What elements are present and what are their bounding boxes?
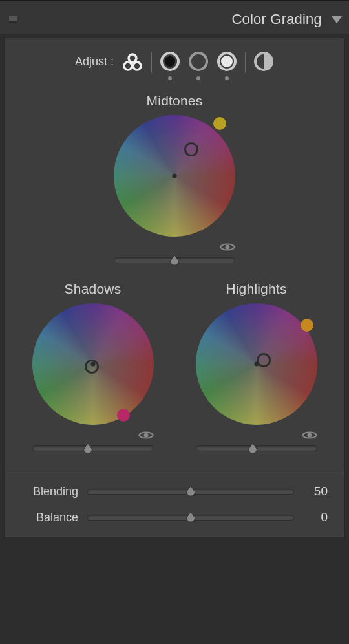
highlights-visibility-toggle[interactable] bbox=[302, 430, 317, 443]
blending-label: Blending bbox=[21, 485, 78, 499]
eye-icon bbox=[302, 430, 317, 440]
indicator-dot bbox=[168, 76, 172, 80]
highlights-color-wheel[interactable] bbox=[196, 303, 317, 425]
balance-label: Balance bbox=[21, 511, 78, 524]
highlights-luminance-slider[interactable] bbox=[196, 445, 317, 451]
highlights-wheel-icon bbox=[217, 51, 237, 72]
global-sliders: Blending 50 Balance 0 bbox=[6, 471, 343, 537]
highlights-hue-indicator[interactable] bbox=[301, 319, 313, 332]
midtones-hue-indicator[interactable] bbox=[213, 117, 226, 130]
svg-point-2 bbox=[133, 62, 141, 70]
highlights-title: Highlights bbox=[226, 281, 286, 297]
shadows-color-target[interactable] bbox=[85, 360, 99, 374]
shadows-hue-indicator[interactable] bbox=[117, 409, 130, 422]
blending-value[interactable]: 50 bbox=[303, 484, 328, 499]
shadows-luminance-slider[interactable] bbox=[32, 445, 154, 451]
wheel-center-dot bbox=[173, 174, 177, 178]
panel-top-divider bbox=[0, 0, 349, 5]
highlights-section bbox=[196, 303, 317, 451]
shadows-color-wheel[interactable] bbox=[32, 303, 154, 425]
adjust-mode-row: Adjust : bbox=[6, 47, 343, 81]
divider bbox=[245, 52, 246, 73]
eye-icon bbox=[138, 430, 154, 440]
balance-slider[interactable] bbox=[87, 515, 294, 521]
panel-body: Adjust : bbox=[4, 38, 345, 538]
svg-point-10 bbox=[143, 433, 148, 438]
indicator-dot bbox=[196, 76, 200, 80]
svg-point-7 bbox=[221, 56, 233, 67]
adjust-label: Adjust : bbox=[75, 55, 114, 69]
adjust-highlights-button[interactable] bbox=[217, 51, 237, 80]
slider-thumb[interactable] bbox=[185, 511, 196, 522]
slider-thumb[interactable] bbox=[185, 486, 196, 497]
midtones-color-wheel[interactable] bbox=[114, 115, 235, 237]
svg-point-5 bbox=[190, 53, 207, 70]
shadows-title: Shadows bbox=[65, 281, 122, 297]
adjust-global-button[interactable] bbox=[253, 51, 274, 72]
shadows-section bbox=[32, 303, 154, 451]
indicator-dot bbox=[225, 76, 229, 80]
midtones-title: Midtones bbox=[6, 93, 343, 109]
midtones-color-target[interactable] bbox=[184, 142, 198, 156]
adjust-shadows-button[interactable] bbox=[160, 51, 180, 80]
svg-point-11 bbox=[307, 433, 312, 438]
global-wheel-icon bbox=[253, 51, 274, 72]
slider-thumb[interactable] bbox=[247, 442, 258, 453]
panel-power-toggle[interactable] bbox=[9, 16, 17, 23]
collapse-icon[interactable] bbox=[331, 16, 343, 23]
svg-point-9 bbox=[226, 245, 230, 250]
svg-point-1 bbox=[124, 62, 132, 70]
panel-title: Color Grading bbox=[231, 11, 322, 28]
adjust-midtones-button[interactable] bbox=[188, 51, 209, 80]
blending-slider[interactable] bbox=[87, 489, 294, 495]
highlights-color-target[interactable] bbox=[257, 353, 271, 367]
divider bbox=[151, 52, 152, 73]
svg-point-0 bbox=[129, 54, 136, 62]
slider-thumb[interactable] bbox=[169, 254, 180, 265]
shadows-wheel-icon bbox=[160, 51, 180, 72]
three-wheels-icon bbox=[122, 51, 143, 73]
balance-value[interactable]: 0 bbox=[303, 510, 328, 524]
midtones-luminance-slider[interactable] bbox=[114, 257, 235, 263]
midtones-wheel-icon bbox=[188, 51, 209, 72]
adjust-three-way-button[interactable] bbox=[122, 51, 143, 73]
svg-point-4 bbox=[165, 56, 175, 67]
midtones-visibility-toggle[interactable] bbox=[220, 242, 235, 255]
shadows-visibility-toggle[interactable] bbox=[138, 430, 154, 443]
slider-thumb[interactable] bbox=[83, 442, 94, 453]
panel-header[interactable]: Color Grading bbox=[0, 5, 349, 34]
midtones-section bbox=[6, 115, 343, 263]
eye-icon bbox=[220, 242, 235, 252]
